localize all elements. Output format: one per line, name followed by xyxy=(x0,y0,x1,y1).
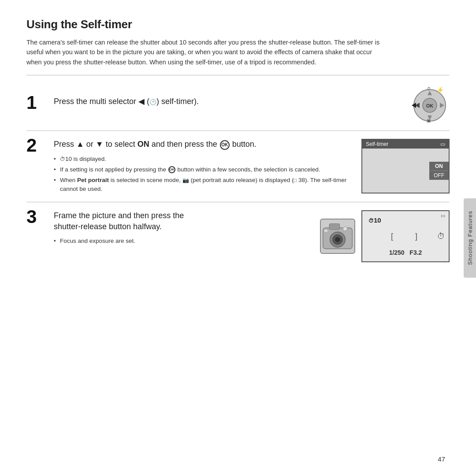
screen3-timer: ⏱10 xyxy=(368,216,443,224)
step-2-heading: Press ▲ or ▼ to select ON and then press… xyxy=(54,139,353,150)
screen-battery-icon: ▭ xyxy=(440,141,445,147)
page-title: Using the Self-timer xyxy=(26,18,450,31)
bullet-2-1: ⏱10 is displayed. xyxy=(54,155,353,164)
screen-title: Self-timer xyxy=(366,141,388,147)
sidebar-tab-label: Shooting Features xyxy=(467,211,473,265)
step-3-content: Frame the picture and then press theshut… xyxy=(54,210,311,248)
ok-button-icon: OK xyxy=(220,140,230,150)
svg-rect-12 xyxy=(329,223,340,229)
step-1-content: Press the multi selector ◀ (🕑) self-time… xyxy=(54,96,401,112)
off-option: OFF xyxy=(429,171,449,180)
step-1-heading: Press the multi selector ◀ (🕑) self-time… xyxy=(54,96,401,107)
step-2-row: 2 Press ▲ or ▼ to select ON and then pre… xyxy=(26,131,450,202)
screen-header: Self-timer ▭ xyxy=(362,140,449,149)
step-2-bullets: ⏱10 is displayed. If a setting is not ap… xyxy=(54,155,353,194)
step-3-number: 3 xyxy=(26,208,48,226)
camera-thumb xyxy=(320,219,355,254)
bullet-2-3: When Pet portrait is selected in scene m… xyxy=(54,176,353,194)
svg-point-16 xyxy=(343,227,347,231)
on-option: ON xyxy=(429,162,449,171)
step-3-row: 3 Frame the picture and then press thesh… xyxy=(26,202,450,268)
step-3-heading: Frame the picture and then press theshut… xyxy=(54,210,311,232)
on-off-panel: ON OFF xyxy=(429,149,449,193)
step-2-image: Self-timer ▭ ON OFF xyxy=(361,139,450,193)
step-3-image-area: ▭ ⏱10 [ ] 1/250 F3.2 ⏱ xyxy=(320,210,450,262)
svg-text:⏱: ⏱ xyxy=(427,86,431,91)
svg-point-15 xyxy=(335,237,340,242)
step-2-number: 2 xyxy=(26,136,48,155)
step-1-row: 1 Press the multi selector ◀ (🕑) self-ti… xyxy=(26,75,450,131)
camera-body-svg xyxy=(321,219,354,253)
step-2-content: Press ▲ or ▼ to select ON and then press… xyxy=(54,139,353,195)
svg-text:OK: OK xyxy=(426,103,434,108)
bullet-2-2: If a setting is not applied by pressing … xyxy=(54,165,353,174)
ok-icon-inline: OK xyxy=(168,166,175,173)
screen-body: ON OFF xyxy=(362,149,449,193)
svg-text:▣: ▣ xyxy=(427,118,431,123)
screen3-brackets: [ ] xyxy=(368,232,443,241)
bullet-3-1: Focus and exposure are set. xyxy=(54,237,311,245)
step-3-camera-screen: ▭ ⏱10 [ ] 1/250 F3.2 ⏱ xyxy=(361,210,450,262)
screen3-timer-icon: ⏱ xyxy=(437,231,445,241)
page-number: 47 xyxy=(438,455,445,463)
step-3-bullets: Focus and exposure are set. xyxy=(54,237,311,245)
step-1-image: OK ⚡ ⏱ ▣ xyxy=(410,83,450,124)
step-2-camera-screen: Self-timer ▭ ON OFF xyxy=(361,139,450,193)
screen3-exposure: 1/250 F3.2 xyxy=(368,249,443,256)
intro-paragraph: The camera's self-timer can release the … xyxy=(26,37,388,67)
svg-text:⚡: ⚡ xyxy=(436,86,444,94)
aperture: F3.2 xyxy=(409,249,422,256)
svg-rect-17 xyxy=(324,229,328,232)
step-1-number: 1 xyxy=(26,93,48,112)
multi-selector-icon: OK ⚡ ⏱ ▣ xyxy=(410,83,450,123)
shutter-speed: 1/250 xyxy=(389,249,405,256)
page-container: Using the Self-timer The camera's self-t… xyxy=(0,0,476,476)
sidebar-tab: Shooting Features xyxy=(464,198,476,278)
screen3-battery: ▭ xyxy=(441,213,445,219)
